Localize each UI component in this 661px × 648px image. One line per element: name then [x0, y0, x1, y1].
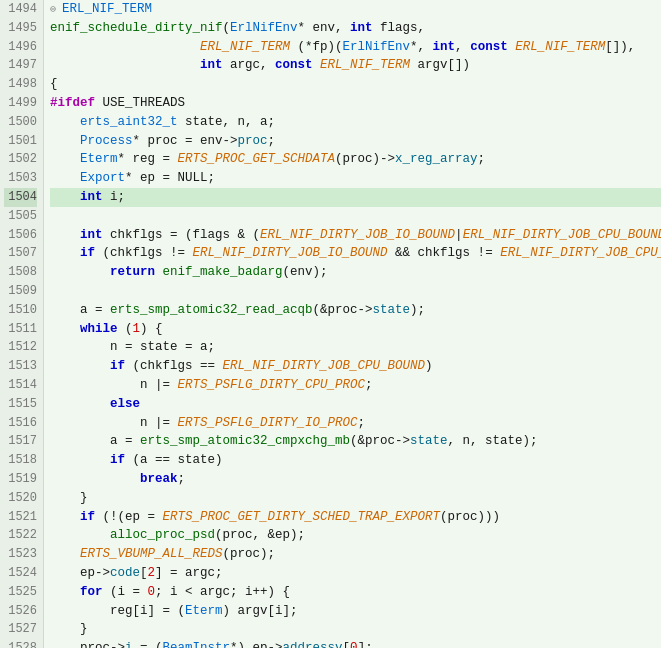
line-number: 1519 [4, 470, 37, 489]
line-number: 1504 [4, 188, 37, 207]
line-number: 1525 [4, 583, 37, 602]
code-line: if (a == state) [50, 451, 661, 470]
code-line: else [50, 395, 661, 414]
line-number: 1520 [4, 489, 37, 508]
code-line: ERL_NIF_TERM (*fp)(ErlNifEnv*, int, cons… [50, 38, 661, 57]
code-content[interactable]: ⊜ ERL_NIF_TERMenif_schedule_dirty_nif(Er… [44, 0, 661, 648]
code-line: n |= ERTS_PSFLG_DIRTY_CPU_PROC; [50, 376, 661, 395]
code-line: int chkflgs = (flags & (ERL_NIF_DIRTY_JO… [50, 226, 661, 245]
code-line: for (i = 0; i < argc; i++) { [50, 583, 661, 602]
line-number: 1500 [4, 113, 37, 132]
code-line [50, 282, 661, 301]
code-line: enif_schedule_dirty_nif(ErlNifEnv* env, … [50, 19, 661, 38]
line-number: 1506 [4, 226, 37, 245]
line-number: 1518 [4, 451, 37, 470]
line-number: 1521 [4, 508, 37, 527]
line-number: 1498 [4, 75, 37, 94]
code-line: reg[i] = (Eterm) argv[i]; [50, 602, 661, 621]
line-number: 1497 [4, 56, 37, 75]
line-number: 1494 [4, 0, 37, 19]
code-line: if (chkflgs != ERL_NIF_DIRTY_JOB_IO_BOUN… [50, 244, 661, 263]
line-number: 1522 [4, 526, 37, 545]
line-number: 1512 [4, 338, 37, 357]
line-number: 1524 [4, 564, 37, 583]
line-number: 1511 [4, 320, 37, 339]
line-number: 1509 [4, 282, 37, 301]
line-number: 1508 [4, 263, 37, 282]
code-line: break; [50, 470, 661, 489]
line-number-gutter: 1494149514961497149814991500150115021503… [0, 0, 44, 648]
code-editor: 1494149514961497149814991500150115021503… [0, 0, 661, 648]
code-line: int i; [50, 188, 661, 207]
line-number: 1527 [4, 620, 37, 639]
code-line: ERTS_VBUMP_ALL_REDS(proc); [50, 545, 661, 564]
line-number: 1526 [4, 602, 37, 621]
line-number: 1505 [4, 207, 37, 226]
code-line: erts_aint32_t state, n, a; [50, 113, 661, 132]
line-number: 1496 [4, 38, 37, 57]
code-line: if (!(ep = ERTS_PROC_GET_DIRTY_SCHED_TRA… [50, 508, 661, 527]
line-number: 1513 [4, 357, 37, 376]
line-number: 1523 [4, 545, 37, 564]
code-line: } [50, 489, 661, 508]
line-number: 1515 [4, 395, 37, 414]
line-number: 1499 [4, 94, 37, 113]
line-number: 1495 [4, 19, 37, 38]
line-number: 1516 [4, 414, 37, 433]
code-line [50, 207, 661, 226]
code-line: n |= ERTS_PSFLG_DIRTY_IO_PROC; [50, 414, 661, 433]
code-line: ep->code[2] = argc; [50, 564, 661, 583]
code-line: a = erts_smp_atomic32_cmpxchg_mb(&proc->… [50, 432, 661, 451]
code-line: if (chkflgs == ERL_NIF_DIRTY_JOB_CPU_BOU… [50, 357, 661, 376]
code-line: Process* proc = env->proc; [50, 132, 661, 151]
line-number: 1503 [4, 169, 37, 188]
code-line: a = erts_smp_atomic32_read_acqb(&proc->s… [50, 301, 661, 320]
code-line: Eterm* reg = ERTS_PROC_GET_SCHDATA(proc)… [50, 150, 661, 169]
line-number: 1514 [4, 376, 37, 395]
code-line: ⊜ ERL_NIF_TERM [50, 0, 661, 19]
code-line: alloc_proc_psd(proc, &ep); [50, 526, 661, 545]
code-line: int argc, const ERL_NIF_TERM argv[]) [50, 56, 661, 75]
code-line: return enif_make_badarg(env); [50, 263, 661, 282]
line-number: 1501 [4, 132, 37, 151]
line-number: 1510 [4, 301, 37, 320]
line-number: 1507 [4, 244, 37, 263]
code-line: #ifdef USE_THREADS [50, 94, 661, 113]
code-line: } [50, 620, 661, 639]
code-line: while (1) { [50, 320, 661, 339]
line-number: 1528 [4, 639, 37, 648]
line-number: 1517 [4, 432, 37, 451]
line-number: 1502 [4, 150, 37, 169]
code-line: proc->i = (BeamInstr*) ep->addressv[0]; [50, 639, 661, 648]
code-line: n = state = a; [50, 338, 661, 357]
code-line: Export* ep = NULL; [50, 169, 661, 188]
code-line: { [50, 75, 661, 94]
